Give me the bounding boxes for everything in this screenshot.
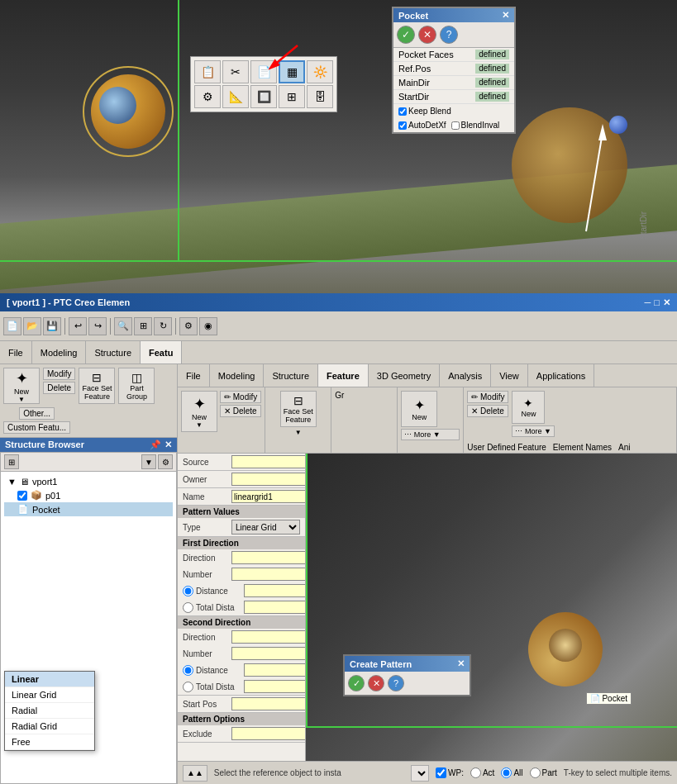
blend-inval-check[interactable]: BlendInval (451, 121, 500, 130)
tb-extra2[interactable]: ◉ (199, 317, 217, 335)
pocket-3d-label[interactable]: 📄 Pocket (586, 692, 632, 705)
struct-close-btn[interactable]: ✕ (164, 440, 172, 450)
tab-feature[interactable]: Featu (141, 341, 182, 363)
tb-new[interactable]: 📄 (3, 317, 21, 335)
pf-startpos-input[interactable] (231, 697, 306, 710)
fp-face-set-btn[interactable]: ⊟ Face SetFeature (280, 391, 317, 427)
fp-delete-2[interactable]: ✕ Delete (467, 405, 508, 417)
tool-9[interactable]: 🗄 (307, 85, 333, 108)
tab-3dgeometry[interactable]: 3D Geometry (369, 364, 440, 387)
menu-free[interactable]: Free (5, 734, 94, 750)
win-maximize[interactable]: □ (654, 297, 660, 308)
modify-btn[interactable]: Modify (43, 368, 75, 380)
pf-dir1-input[interactable] (231, 551, 306, 564)
tool-render[interactable]: 🔆 (307, 60, 333, 83)
pf-totaldist2-radio[interactable] (183, 682, 193, 692)
part-group-btn[interactable]: ◫ Part Group (118, 368, 155, 404)
auto-det-check[interactable]: AutoDetXf (398, 121, 446, 130)
tab-modeling[interactable]: Modeling (32, 341, 87, 363)
cp-close[interactable]: ✕ (457, 658, 465, 669)
tool-paste[interactable]: 📄 (250, 60, 277, 83)
status-select-dropdown[interactable] (411, 765, 429, 782)
fp-modify[interactable]: ✏ Modify (220, 391, 261, 403)
pf-dir2-input[interactable] (231, 630, 306, 644)
fp-more-2[interactable]: ⋯ More ▼ (512, 425, 554, 437)
all-radio[interactable] (501, 767, 512, 778)
menu-linear[interactable]: Linear (5, 672, 94, 687)
menu-radial[interactable]: Radial (5, 703, 94, 719)
fp-new-large-btn[interactable]: ✦ New ▼ (181, 391, 217, 432)
struct-search[interactable]: ⚙ (158, 454, 173, 469)
tb-undo[interactable]: ↩ (69, 317, 87, 335)
win-minimize[interactable]: ─ (645, 297, 651, 308)
tb-extra1[interactable]: ⚙ (179, 317, 198, 335)
new-button[interactable]: ✦ New ▼ (3, 368, 40, 404)
part-radio[interactable] (530, 767, 541, 778)
pf-totaldist1-radio[interactable] (183, 602, 193, 613)
tab-analysis[interactable]: Analysis (440, 364, 491, 387)
pf-num1-input[interactable] (231, 568, 306, 581)
pocket-ok[interactable]: ✓ (397, 26, 415, 44)
tool-active[interactable]: ▦ (279, 60, 305, 83)
fp-delete[interactable]: ✕ Delete (220, 405, 261, 417)
keep-blend-check[interactable]: Keep Blend (398, 107, 451, 116)
tool-copy[interactable]: 📋 (194, 60, 221, 83)
tab-structure-right[interactable]: Structure (264, 364, 318, 387)
pf-owner-input[interactable] (231, 473, 306, 486)
pf-dist1-radio[interactable] (183, 586, 193, 596)
tb-save[interactable]: 💾 (43, 317, 61, 335)
menu-radial-grid[interactable]: Radial Grid (5, 719, 94, 734)
struct-icon-1[interactable]: ⊞ (4, 454, 19, 469)
pf-dist1-input[interactable] (244, 584, 306, 597)
struct-pin[interactable]: 📌 (150, 440, 161, 450)
cp-help[interactable]: ? (388, 675, 404, 691)
fp-new3-btn[interactable]: ✦ New (512, 391, 545, 424)
custom-feat-btn[interactable]: Custom Featu... (3, 421, 70, 434)
tab-view[interactable]: View (491, 364, 528, 387)
pf-totaldist2-input[interactable] (244, 680, 306, 693)
wp-checkbox[interactable] (436, 767, 446, 778)
fp-more-btn[interactable]: ⋯ More ▼ (401, 429, 460, 440)
status-wp-check[interactable]: WP: (436, 767, 464, 778)
tab-file-right[interactable]: File (178, 364, 210, 387)
tb-fit[interactable]: ⊞ (134, 317, 152, 335)
struct-filter[interactable]: ▼ (141, 454, 156, 469)
pf-dist2-input[interactable] (244, 663, 306, 677)
cp-cancel[interactable]: ✕ (368, 675, 384, 691)
tab-feature-right[interactable]: Feature (318, 364, 369, 387)
pocket-help[interactable]: ? (440, 26, 458, 44)
tb-open[interactable]: 📂 (23, 317, 41, 335)
pf-num2-input[interactable] (231, 647, 306, 660)
tool-8[interactable]: ⊞ (279, 85, 305, 108)
fp-modify-2[interactable]: ✏ Modify (467, 391, 508, 403)
pocket-cancel[interactable]: ✕ (418, 26, 436, 44)
tab-file[interactable]: File (0, 341, 32, 363)
tab-applications[interactable]: Applications (528, 364, 594, 387)
tab-modeling-right[interactable]: Modeling (210, 364, 265, 387)
tree-vport1[interactable]: ▼ 🖥 vport1 (4, 475, 173, 488)
fp-new2-btn[interactable]: ✦ New (401, 391, 437, 427)
tool-6[interactable]: 📐 (222, 85, 249, 108)
pf-totaldist1-input[interactable] (244, 601, 306, 614)
other-btn[interactable]: Other... (19, 407, 55, 420)
pf-exclude-input[interactable] (231, 727, 306, 740)
pf-source-input[interactable] (231, 455, 306, 468)
tb-zoom[interactable]: 🔍 (114, 317, 132, 335)
status-scroll-up[interactable]: ▲▲ (183, 765, 207, 782)
cp-ok[interactable]: ✓ (348, 675, 365, 691)
delete-btn[interactable]: Delete (43, 382, 75, 394)
pf-name-input[interactable] (231, 490, 306, 503)
tree-pocket[interactable]: 📄 Pocket (4, 502, 173, 516)
pf-dist2-radio[interactable] (183, 665, 193, 676)
tool-5[interactable]: ⚙ (194, 85, 221, 108)
pf-type-select[interactable]: Linear Grid Linear Radial (231, 520, 300, 535)
p01-check[interactable] (17, 491, 27, 501)
tb-rotate[interactable]: ↻ (154, 317, 172, 335)
tool-7[interactable]: 🔲 (250, 85, 277, 108)
tb-redo[interactable]: ↪ (88, 317, 107, 335)
pocket-close[interactable]: ✕ (502, 10, 509, 21)
face-set-btn[interactable]: ⊟ Face Set Feature (79, 368, 115, 404)
tool-cut[interactable]: ✂ (222, 60, 249, 83)
tab-structure[interactable]: Structure (86, 341, 141, 363)
act-radio[interactable] (470, 767, 481, 778)
